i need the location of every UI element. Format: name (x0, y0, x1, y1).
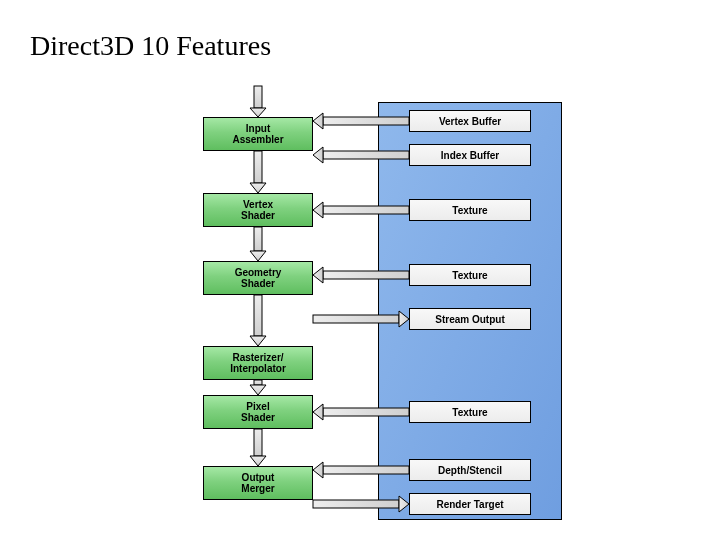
mem-index-buffer: Index Buffer (409, 144, 531, 166)
page-title: Direct3D 10 Features (30, 30, 271, 62)
stage-label: Rasterizer/ (232, 352, 283, 364)
stage-label: Interpolator (230, 363, 286, 375)
stage-label: Shader (241, 210, 275, 222)
svg-rect-2 (254, 151, 262, 183)
stage-rasterizer-interpolator: Rasterizer/ Interpolator (203, 346, 313, 380)
svg-marker-11 (250, 456, 266, 466)
arrow-top-entry (250, 86, 266, 117)
stage-label: Vertex (243, 199, 273, 211)
arrow-ia-to-vs (250, 151, 266, 193)
svg-rect-4 (254, 227, 262, 251)
svg-marker-1 (250, 108, 266, 117)
svg-rect-0 (254, 86, 262, 108)
svg-marker-5 (250, 251, 266, 261)
stage-output-merger: Output Merger (203, 466, 313, 500)
stage-label: Shader (241, 278, 275, 290)
stage-label: Shader (241, 412, 275, 424)
svg-rect-6 (254, 295, 262, 336)
arrow-ri-to-ps (250, 380, 266, 395)
svg-marker-9 (250, 385, 266, 395)
svg-rect-8 (254, 380, 262, 385)
stage-label: Pixel (246, 401, 269, 413)
mem-render-target: Render Target (409, 493, 531, 515)
stage-label: Merger (241, 483, 274, 495)
svg-marker-19 (313, 267, 323, 283)
stage-input-assembler: Input Assembler (203, 117, 313, 151)
stage-label: Assembler (232, 134, 283, 146)
stage-label: Geometry (235, 267, 282, 279)
arrow-ps-to-om (250, 429, 266, 466)
stage-label: Input (246, 123, 270, 135)
mem-texture-gs: Texture (409, 264, 531, 286)
svg-marker-21 (313, 404, 323, 420)
arrows-layer (0, 0, 720, 540)
arrow-gs-to-ri (250, 295, 266, 346)
svg-marker-15 (313, 147, 323, 163)
mem-stream-output: Stream Output (409, 308, 531, 330)
mem-texture-ps: Texture (409, 401, 531, 423)
stage-vertex-shader: Vertex Shader (203, 193, 313, 227)
mem-vertex-buffer: Vertex Buffer (409, 110, 531, 132)
mem-depth-stencil: Depth/Stencil (409, 459, 531, 481)
stage-geometry-shader: Geometry Shader (203, 261, 313, 295)
stage-pixel-shader: Pixel Shader (203, 395, 313, 429)
arrow-vs-to-gs (250, 227, 266, 261)
svg-rect-10 (254, 429, 262, 456)
mem-texture-vs: Texture (409, 199, 531, 221)
svg-marker-7 (250, 336, 266, 346)
svg-marker-13 (313, 113, 323, 129)
svg-marker-3 (250, 183, 266, 193)
svg-marker-23 (313, 462, 323, 478)
stage-label: Output (242, 472, 275, 484)
svg-marker-17 (313, 202, 323, 218)
